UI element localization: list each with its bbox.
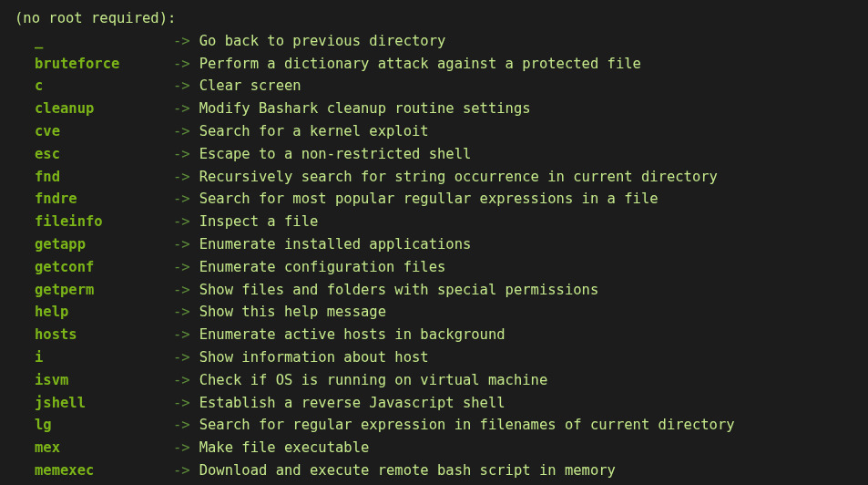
command-description: Search for regular expression in filenam…: [199, 414, 735, 437]
command-description: Show this help message: [199, 301, 386, 324]
command-name: cve: [35, 120, 173, 143]
command-description: Show information about host: [199, 346, 429, 369]
command-description: Clear screen: [199, 75, 301, 98]
command-description: Enumerate configuration files: [199, 256, 446, 279]
arrow-icon: ->: [173, 75, 190, 98]
arrow-icon: ->: [173, 459, 190, 482]
command-row: cleanup->Modify Bashark cleanup routine …: [35, 98, 853, 120]
command-row: memexec->Download and execute remote bas…: [35, 459, 853, 482]
command-name: fndre: [35, 188, 173, 211]
arrow-icon: ->: [173, 120, 190, 143]
command-description: Enumerate active hosts in background: [199, 324, 505, 346]
command-row: isvm->Check if OS is running on virtual …: [35, 369, 853, 392]
command-description: Make file executable: [199, 437, 370, 459]
arrow-icon: ->: [173, 324, 190, 346]
arrow-icon: ->: [173, 188, 190, 211]
command-row: hosts->Enumerate active hosts in backgro…: [35, 324, 853, 346]
arrow-icon: ->: [173, 279, 190, 302]
command-list: _->Go back to previous directorybrutefor…: [15, 30, 853, 482]
command-row: i->Show information about host: [35, 346, 853, 369]
command-row: getperm->Show files and folders with spe…: [35, 279, 853, 302]
command-row: fileinfo->Inspect a file: [35, 211, 853, 233]
command-description: Establish a reverse Javascript shell: [199, 392, 505, 415]
command-row: lg->Search for regular expression in fil…: [35, 414, 853, 437]
command-row: esc->Escape to a non-restricted shell: [35, 143, 853, 166]
command-name: memexec: [35, 459, 173, 482]
command-row: fnd->Recursively search for string occur…: [35, 166, 853, 189]
command-description: Search for most popular regullar express…: [199, 188, 659, 211]
arrow-icon: ->: [173, 301, 190, 324]
command-name: getconf: [35, 256, 173, 279]
command-description: Inspect a file: [199, 211, 319, 233]
command-name: c: [35, 75, 173, 98]
command-name: getapp: [35, 233, 173, 256]
command-row: _->Go back to previous directory: [35, 30, 853, 53]
command-description: Download and execute remote bash script …: [199, 459, 616, 482]
command-description: Search for a kernel exploit: [199, 120, 429, 143]
arrow-icon: ->: [173, 53, 190, 76]
command-name: isvm: [35, 369, 173, 392]
command-row: help->Show this help message: [35, 301, 853, 324]
arrow-icon: ->: [173, 346, 190, 369]
arrow-icon: ->: [173, 166, 190, 189]
command-description: Modify Bashark cleanup routine settings: [199, 98, 531, 120]
command-description: Go back to previous directory: [199, 30, 446, 53]
command-name: fileinfo: [35, 211, 173, 233]
command-name: getperm: [35, 279, 173, 302]
command-name: cleanup: [35, 98, 173, 120]
arrow-icon: ->: [173, 392, 190, 415]
arrow-icon: ->: [173, 211, 190, 233]
command-row: mex->Make file executable: [35, 437, 853, 459]
command-name: help: [35, 301, 173, 324]
command-row: getconf->Enumerate configuration files: [35, 256, 853, 279]
command-row: fndre->Search for most popular regullar …: [35, 188, 853, 211]
command-name: jshell: [35, 392, 173, 415]
command-name: _: [35, 30, 173, 53]
command-row: getapp->Enumerate installed applications: [35, 233, 853, 256]
command-name: lg: [35, 414, 173, 437]
arrow-icon: ->: [173, 437, 190, 459]
command-description: Perform a dictionary attack against a pr…: [199, 53, 641, 76]
arrow-icon: ->: [173, 30, 190, 53]
command-name: bruteforce: [35, 53, 173, 76]
arrow-icon: ->: [173, 98, 190, 120]
section-header: (no root required):: [15, 7, 853, 30]
command-row: cve->Search for a kernel exploit: [35, 120, 853, 143]
command-name: fnd: [35, 166, 173, 189]
command-description: Recursively search for string occurrence…: [199, 166, 718, 189]
arrow-icon: ->: [173, 369, 190, 392]
command-name: hosts: [35, 324, 173, 346]
command-description: Enumerate installed applications: [199, 233, 472, 256]
command-row: c->Clear screen: [35, 75, 853, 98]
arrow-icon: ->: [173, 143, 190, 166]
command-description: Show files and folders with special perm…: [199, 279, 599, 302]
command-name: esc: [35, 143, 173, 166]
command-description: Escape to a non-restricted shell: [199, 143, 472, 166]
arrow-icon: ->: [173, 233, 190, 256]
command-row: bruteforce->Perform a dictionary attack …: [35, 53, 853, 76]
command-name: mex: [35, 437, 173, 459]
command-description: Check if OS is running on virtual machin…: [199, 369, 548, 392]
arrow-icon: ->: [173, 414, 190, 437]
command-name: i: [35, 346, 173, 369]
command-row: jshell->Establish a reverse Javascript s…: [35, 392, 853, 415]
arrow-icon: ->: [173, 256, 190, 279]
